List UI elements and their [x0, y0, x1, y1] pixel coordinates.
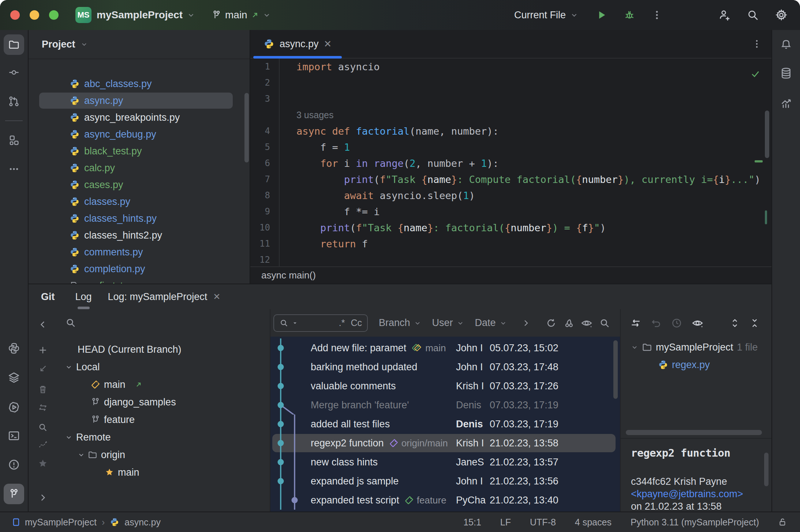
notifications-button[interactable]: [780, 38, 792, 50]
maximize-window-button[interactable]: [49, 10, 59, 20]
search-branch-icon[interactable]: [65, 317, 76, 328]
commit-row[interactable]: expanded js sampleJohn I21.02.23, 13:56: [270, 472, 620, 491]
branch-row-head-current-branch-[interactable]: HEAD (Current Branch): [57, 341, 270, 358]
minimize-window-button[interactable]: [30, 10, 39, 20]
branch-row-feature[interactable]: feature: [57, 411, 270, 428]
project-scrollbar[interactable]: [244, 93, 249, 162]
project-file-comments.py[interactable]: comments.py: [29, 244, 250, 261]
code-line[interactable]: 1import asyncio: [250, 59, 771, 75]
editor-tab-async-py[interactable]: async.py ✕: [253, 30, 342, 58]
compare-branches-icon[interactable]: [38, 402, 48, 413]
status-item[interactable]: 4 spaces: [575, 517, 612, 528]
favorite-branches-icon[interactable]: [38, 458, 48, 469]
status-item[interactable]: Python 3.11 (mySampleProject): [631, 517, 759, 528]
project-badge[interactable]: MS: [75, 7, 91, 23]
problems-tool-button[interactable]: [8, 458, 20, 471]
expand-all-icon[interactable]: [730, 318, 740, 328]
more-tool-windows-button[interactable]: [8, 164, 19, 175]
commit-author-email-link[interactable]: <kpayne@jetbrains.com>: [631, 488, 743, 499]
lock-open-icon[interactable]: [778, 517, 788, 527]
close-window-button[interactable]: [10, 10, 20, 20]
project-file-cases.py[interactable]: cases.py: [29, 176, 250, 193]
details-horizontal-scrollbar[interactable]: [626, 430, 762, 435]
branch-row-django-samples[interactable]: django_samples: [57, 393, 270, 411]
search-everywhere-button[interactable]: [739, 9, 767, 21]
more-actions-button[interactable]: [643, 10, 670, 20]
preview-diff-eye-icon[interactable]: [692, 317, 703, 329]
commit-row[interactable]: new class hintsJaneS21.02.23, 13:57: [270, 453, 620, 472]
status-breadcrumb-file[interactable]: async.py: [124, 517, 161, 528]
status-breadcrumb-project[interactable]: mySampleProject: [25, 517, 97, 528]
commit-list-scrollbar[interactable]: [613, 340, 618, 399]
search-history-caret-icon[interactable]: [292, 321, 298, 326]
commit-row[interactable]: expanded test scriptfeaturePyCha21.02.23…: [270, 491, 620, 510]
commit-tool-button[interactable]: [8, 67, 20, 78]
project-file-completion.py[interactable]: completion.py: [29, 261, 250, 277]
code-line[interactable]: 9 f *= i: [250, 203, 771, 220]
history-clock-icon[interactable]: [671, 318, 682, 329]
project-file-classes_hints.py[interactable]: classes_hints.py: [29, 210, 250, 227]
project-file-async_debug.py[interactable]: async_debug.py: [29, 126, 250, 143]
commit-row[interactable]: Merge branch 'feature'Denis07.03.23, 17:…: [270, 396, 620, 415]
tab-log[interactable]: Log: [75, 284, 92, 309]
branch-row-main[interactable]: main: [57, 464, 270, 481]
changed-file-row[interactable]: regex.py: [621, 356, 771, 374]
project-file-config.txt[interactable]: config.txt: [29, 277, 250, 284]
code-line[interactable]: 4async def factorial(name, number):: [250, 123, 771, 139]
branch-row-origin[interactable]: origin: [57, 446, 270, 464]
compare-with-local-icon[interactable]: [630, 318, 641, 329]
commit-row[interactable]: barking method updatedJohn I07.03.23, 17…: [270, 357, 620, 376]
commit-row[interactable]: added all test filesDenis07.03.23, 17:19: [270, 415, 620, 434]
date-filter[interactable]: Date: [475, 317, 507, 329]
sticky-context-line[interactable]: async main(): [250, 266, 771, 284]
plots-button[interactable]: [780, 97, 792, 109]
run-configuration-selector[interactable]: Current File: [514, 10, 578, 21]
branch-row-remote[interactable]: Remote: [57, 428, 270, 446]
status-item[interactable]: 15:1: [463, 517, 481, 528]
branch-widget[interactable]: main: [211, 9, 271, 21]
project-file-classes.py[interactable]: classes.py: [29, 193, 250, 210]
new-branch-icon[interactable]: [38, 345, 48, 355]
details-scrollbar[interactable]: [764, 453, 769, 486]
branch-row-local[interactable]: Local: [57, 358, 270, 376]
editor-scrollbar[interactable]: [765, 110, 769, 158]
search-branches-icon[interactable]: [38, 422, 48, 432]
code-line[interactable]: 12: [250, 252, 771, 267]
settings-button[interactable]: [767, 9, 796, 21]
code-line[interactable]: 8 await asyncio.sleep(1): [250, 187, 771, 203]
editor-tab-options-icon[interactable]: [752, 39, 762, 49]
project-widget[interactable]: mySampleProject: [97, 9, 195, 21]
branch-filter[interactable]: Branch: [379, 317, 421, 329]
code-line[interactable]: 7 print(f"Task {name}: Compute factorial…: [250, 171, 771, 187]
regex-toggle[interactable]: .*: [339, 318, 345, 328]
code-editor[interactable]: 1import asyncio233 usages4async def fact…: [250, 59, 771, 267]
project-file-abc_classes.py[interactable]: abc_classes.py: [29, 75, 250, 92]
git-tool-button[interactable]: [4, 484, 24, 504]
pull-requests-tool-button[interactable]: [8, 95, 20, 107]
collapse-all-icon[interactable]: [749, 318, 760, 328]
services-tool-button[interactable]: [8, 401, 20, 413]
hide-branches-icon[interactable]: [38, 320, 48, 329]
more-filters-icon[interactable]: [522, 319, 530, 327]
code-line[interactable]: 10 print(f"Task {name}: factorial({numbe…: [250, 220, 771, 236]
checkout-icon[interactable]: [38, 364, 48, 374]
refresh-log-icon[interactable]: [546, 318, 557, 329]
deep-traverse-icon[interactable]: [563, 318, 574, 329]
inspections-ok-icon[interactable]: [750, 69, 760, 79]
structure-tool-button[interactable]: [8, 134, 20, 146]
code-line[interactable]: 3: [250, 91, 771, 107]
project-file-calc.py[interactable]: calc.py: [29, 160, 250, 176]
close-tab-icon[interactable]: ✕: [213, 292, 220, 302]
user-filter[interactable]: User: [432, 317, 464, 329]
expand-toolbar-icon[interactable]: [38, 493, 48, 502]
branch-row-main[interactable]: main: [57, 376, 270, 393]
project-tool-button[interactable]: [4, 34, 24, 55]
commit-search-field[interactable]: .* Cc: [273, 314, 368, 332]
close-tab-icon[interactable]: ✕: [324, 38, 332, 50]
code-line[interactable]: 6 for i in range(2, number + 1):: [250, 155, 771, 171]
delete-branch-icon[interactable]: [38, 384, 48, 394]
project-file-black_test.py[interactable]: black_test.py: [29, 143, 250, 160]
project-file-async.py[interactable]: async.py: [29, 92, 250, 109]
status-item[interactable]: LF: [500, 517, 511, 528]
macos-traffic-lights[interactable]: [10, 10, 59, 20]
